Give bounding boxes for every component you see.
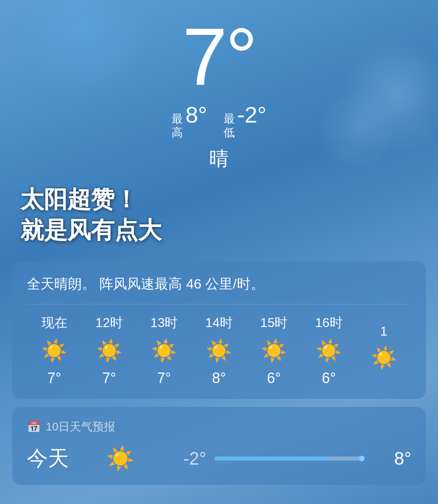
hourly-card: 全天晴朗。 阵风风速最高 46 公里/时。 现在☀️7°12时☀️7°13时☀️… xyxy=(12,261,426,399)
sun-icon: ☀️ xyxy=(316,338,342,363)
hour-item: 12时☀️7° xyxy=(82,314,136,387)
temp-bar-wrapper xyxy=(206,457,371,461)
sun-icon: ☀️ xyxy=(151,338,177,363)
today-row: 今天 ☀️ -2° 8° xyxy=(27,444,411,473)
sun-icon: ☀️ xyxy=(206,338,232,363)
low-label: 最 低 xyxy=(223,112,235,139)
comment-line2: 就是风有点大 xyxy=(20,215,418,245)
comment-line1: 太阳超赞！ xyxy=(20,184,418,214)
hour-item: 15时☀️6° xyxy=(247,314,301,387)
hour-label: 13时 xyxy=(150,314,178,332)
temp-bar-fill xyxy=(215,457,326,461)
sun-icon: ☀️ xyxy=(41,338,67,363)
main-temp-section: 7° 最 高 8° 最 低 -2° 晴 xyxy=(0,0,438,172)
weather-comment: 太阳超赞！ 就是风有点大 xyxy=(0,176,438,253)
hourly-row: 现在☀️7°12时☀️7°13时☀️7°14时☀️8°15时☀️6°16时☀️6… xyxy=(27,314,411,387)
hour-temp: 7° xyxy=(102,370,116,387)
hour-temp: 7° xyxy=(157,370,171,387)
today-label: 今天 xyxy=(27,444,84,473)
hour-item: 现在☀️7° xyxy=(27,314,82,387)
forecast-title: 10日天气预报 xyxy=(46,419,115,435)
forecast-header: 📅 10日天气预报 xyxy=(27,419,411,435)
hour-label: 15时 xyxy=(260,314,288,332)
hour-label: 现在 xyxy=(41,314,67,332)
today-sun-icon: ☀️ xyxy=(84,445,158,472)
hour-item: 1☀️ xyxy=(356,324,411,377)
temp-bar xyxy=(215,457,363,461)
temp-bar-dot xyxy=(359,456,365,461)
forecast-card: 📅 10日天气预报 今天 ☀️ -2° 8° xyxy=(12,407,426,485)
hour-item: 14时☀️8° xyxy=(191,314,246,387)
hour-label: 12时 xyxy=(95,314,123,332)
hour-label: 16时 xyxy=(315,314,343,332)
sun-icon: ☀️ xyxy=(261,338,287,363)
hour-temp: 6° xyxy=(267,370,281,387)
low-value: -2° xyxy=(237,101,266,128)
high-label: 最 高 xyxy=(172,112,183,139)
hourly-description: 全天晴朗。 阵风风速最高 46 公里/时。 xyxy=(27,274,411,294)
low-temp-item: 最 低 -2° xyxy=(223,101,266,139)
hour-temp: 6° xyxy=(322,370,336,387)
today-low-temp: -2° xyxy=(158,448,206,469)
hour-item: 16时☀️6° xyxy=(301,314,356,387)
today-high-temp: 8° xyxy=(371,448,411,469)
high-temp-item: 最 高 8° xyxy=(172,101,207,139)
sun-icon: ☀️ xyxy=(371,345,397,370)
card-divider xyxy=(27,304,411,304)
hour-label: 14时 xyxy=(205,314,233,332)
high-low-row: 最 高 8° 最 低 -2° xyxy=(0,101,438,139)
weather-description: 晴 xyxy=(0,146,438,172)
hour-temp: 7° xyxy=(47,370,61,387)
current-temperature: 7° xyxy=(0,16,438,97)
hour-label: 1 xyxy=(380,324,387,339)
hour-item: 13时☀️7° xyxy=(137,314,191,387)
sun-icon: ☀️ xyxy=(96,338,122,363)
high-value: 8° xyxy=(185,101,207,128)
calendar-icon: 📅 xyxy=(27,420,41,433)
hour-temp: 8° xyxy=(212,370,226,387)
